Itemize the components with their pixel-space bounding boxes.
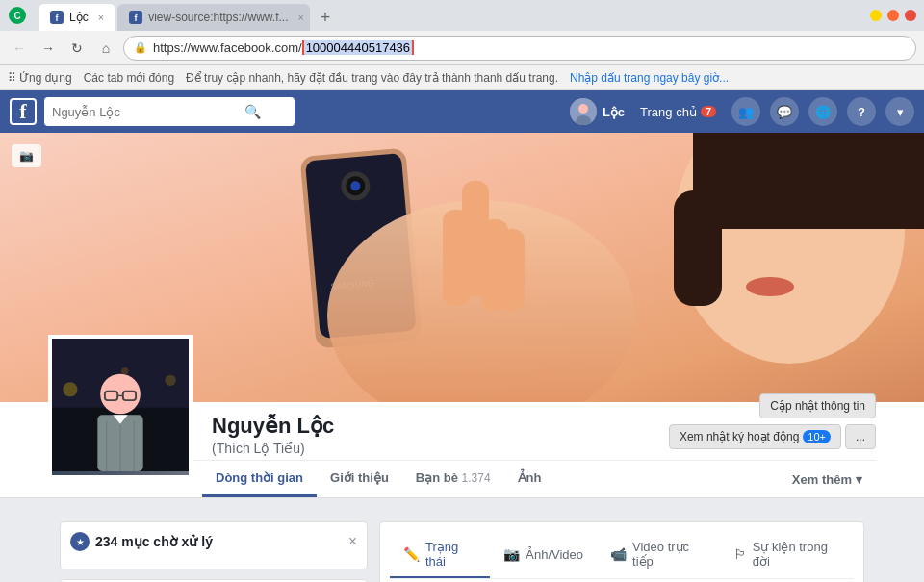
forward-button[interactable]: → xyxy=(37,37,60,60)
dropdown-icon: ▾ xyxy=(897,105,904,119)
photo-tab-label: Ảnh/Video xyxy=(526,547,583,562)
pending-header: ★ 234 mục chờ xử lý × xyxy=(70,532,357,551)
close-button[interactable] xyxy=(905,10,916,21)
question-icon: ? xyxy=(858,105,865,119)
new-tab-button[interactable]: + xyxy=(312,4,339,31)
tab-facebook-profile[interactable]: f Lộc × xyxy=(38,4,116,31)
new-tab-closed-label: Các tab mới đóng xyxy=(84,71,174,85)
user-avatar-icon xyxy=(570,98,597,125)
globe-icon: 🌐 xyxy=(815,104,831,119)
add-bookmark-link[interactable]: Nhập dấu trang ngay bây giờ... xyxy=(570,71,729,85)
nav-friends[interactable]: Bạn bè 1.374 xyxy=(402,461,504,497)
nav-timeline[interactable]: Dòng thời gian xyxy=(202,461,317,497)
maximize-button[interactable] xyxy=(887,10,899,21)
more-icon: ... xyxy=(856,430,865,443)
sidebar: ★ 234 mục chờ xử lý × ⚙ Giới thiệu Sinh … xyxy=(60,521,368,582)
coccoc-logo-icon: C xyxy=(8,6,27,25)
nav-photos[interactable]: Ảnh xyxy=(504,461,555,497)
back-button[interactable]: ← xyxy=(8,37,31,60)
more-options-button[interactable]: ... xyxy=(845,424,876,449)
svg-point-7 xyxy=(578,104,588,114)
address-lock-icon: 🔒 xyxy=(134,41,147,54)
svg-text:🌐: 🌐 xyxy=(815,104,831,119)
svg-point-31 xyxy=(165,375,175,386)
profile-avatar xyxy=(48,335,192,479)
tab-favicon-2: f xyxy=(129,11,142,24)
activity-log-button[interactable]: Xem nhật ký hoạt động 10+ xyxy=(669,424,841,449)
update-cover-photo-button[interactable]: 📷 xyxy=(12,144,41,167)
browser-logo: C xyxy=(8,6,27,25)
svg-point-33 xyxy=(100,374,141,415)
avatar-person-svg xyxy=(52,339,189,475)
post-tab-event[interactable]: 🏳 Sự kiện trong đời xyxy=(720,532,854,578)
navbar-username: Lộc xyxy=(603,105,625,119)
content-area: ✏️ Trạng thái 📷 Ảnh/Video 📹 Video trực t… xyxy=(379,521,864,582)
profile-info-bar: Nguyễn Lộc (Thích Lộ Tiểu) Cập nhật thôn… xyxy=(0,402,924,497)
minimize-button[interactable] xyxy=(870,10,882,21)
apps-shortcut[interactable]: ⠿ Ứng dụng xyxy=(8,71,72,85)
window-controls xyxy=(870,10,916,21)
nav-see-more[interactable]: Xem thêm ▾ xyxy=(779,463,876,496)
notifications-button[interactable]: 🌐 xyxy=(808,97,837,126)
svg-text:👥: 👥 xyxy=(738,104,754,119)
home-button[interactable]: ⌂ xyxy=(94,37,117,60)
svg-rect-25 xyxy=(693,133,924,229)
close-pending-button[interactable]: × xyxy=(348,533,357,550)
navbar-home[interactable]: Trang chủ 7 xyxy=(634,101,722,123)
post-box: ✏️ Trạng thái 📷 Ảnh/Video 📹 Video trực t… xyxy=(379,521,864,582)
activity-log-label: Xem nhật ký hoạt động xyxy=(680,430,799,443)
navbar-user[interactable]: Lộc xyxy=(570,98,625,125)
friends-icon: 👥 xyxy=(738,104,754,119)
post-type-tabs: ✏️ Trạng thái 📷 Ảnh/Video 📹 Video trực t… xyxy=(390,532,854,579)
event-tab-label: Sự kiện trong đời xyxy=(753,540,840,569)
navbar-right: Lộc Trang chủ 7 👥 💬 🌐 ? ▾ xyxy=(570,97,914,126)
bookmarks-bar: ⠿ Ứng dụng Các tab mới đóng Để truy cập … xyxy=(0,65,924,90)
navbar-avatar xyxy=(570,98,597,125)
main-content-wrapper: ★ 234 mục chờ xử lý × ⚙ Giới thiệu Sinh … xyxy=(0,498,924,582)
svg-point-32 xyxy=(121,367,129,375)
pending-items-card: ★ 234 mục chờ xử lý × xyxy=(60,521,368,569)
browser-tabs: f Lộc × f view-source:https://www.f... ×… xyxy=(38,0,339,31)
tab-close-1[interactable]: × xyxy=(98,12,104,23)
svg-rect-21 xyxy=(443,210,470,306)
event-icon: 🏳 xyxy=(733,546,747,562)
svg-rect-26 xyxy=(674,190,722,306)
svg-point-27 xyxy=(746,277,794,296)
facebook-search-box[interactable]: 🔍 xyxy=(44,97,295,126)
address-bar[interactable]: 🔒 https://www.facebook.com/1000044405174… xyxy=(123,36,916,61)
profile-inner: Nguyễn Lộc (Thích Lộ Tiểu) Cập nhật thôn… xyxy=(48,402,876,497)
account-dropdown-button[interactable]: ▾ xyxy=(886,97,914,126)
friends-count: 1.374 xyxy=(462,471,491,485)
live-tab-label: Video trực tiếp xyxy=(632,540,706,569)
address-text: https://www.facebook.com/100004440517436 xyxy=(153,40,906,55)
tab-label-1: Lộc xyxy=(69,11,89,24)
pending-title-row: ★ 234 mục chờ xử lý xyxy=(70,532,213,551)
activity-log-row: Xem nhật ký hoạt động 10+ ... xyxy=(669,424,876,449)
svg-point-30 xyxy=(63,382,77,396)
profile-action-buttons: Cập nhật thông tin Xem nhật ký hoạt động… xyxy=(669,393,876,449)
camera-icon: 📷 xyxy=(19,149,34,163)
live-icon: 📹 xyxy=(610,546,627,562)
bookmark-hint-message: Để truy cập nhanh, hãy đặt đầu trang vào… xyxy=(186,71,558,85)
status-icon: ✏️ xyxy=(403,546,420,562)
status-tab-label: Trạng thái xyxy=(425,540,476,569)
apps-label: Ứng dụng xyxy=(19,71,72,85)
friends-requests-button[interactable]: 👥 xyxy=(732,97,760,126)
tab-view-source[interactable]: f view-source:https://www.f... × xyxy=(117,4,310,31)
reload-button[interactable]: ↻ xyxy=(65,37,89,60)
nav-about[interactable]: Giới thiệu xyxy=(317,461,402,497)
post-tab-status[interactable]: ✏️ Trạng thái xyxy=(390,532,490,578)
update-info-button[interactable]: Cập nhật thông tin xyxy=(759,393,876,418)
browser-toolbar: ← → ↻ ⌂ 🔒 https://www.facebook.com/10000… xyxy=(0,31,924,65)
home-notification-badge: 7 xyxy=(701,106,716,117)
search-input[interactable] xyxy=(52,105,244,119)
help-button[interactable]: ? xyxy=(847,97,876,126)
search-icon[interactable]: 🔍 xyxy=(244,104,261,119)
tab-close-2[interactable]: × xyxy=(298,12,304,23)
messenger-button[interactable]: 💬 xyxy=(770,97,799,126)
photo-icon: 📷 xyxy=(503,546,520,562)
post-tab-live[interactable]: 📹 Video trực tiếp xyxy=(597,532,720,578)
post-tab-photo[interactable]: 📷 Ảnh/Video xyxy=(490,532,597,578)
activity-badge: 10+ xyxy=(803,430,831,443)
address-highlighted-id: 100004440517436 xyxy=(302,40,414,55)
